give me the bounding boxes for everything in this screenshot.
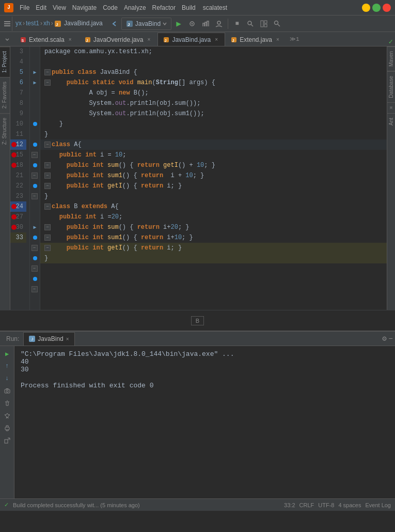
menu-build[interactable]: Build xyxy=(179,3,199,12)
code-line-11: } xyxy=(40,129,387,139)
back-button[interactable] xyxy=(108,18,120,30)
breadcrumb-xh[interactable]: xh xyxy=(43,20,50,27)
tab-overflow-count[interactable]: ≫1 xyxy=(288,36,302,42)
gutter-fold-12[interactable]: − xyxy=(30,150,40,160)
svg-point-9 xyxy=(217,21,220,24)
fold-minus-30[interactable]: − xyxy=(31,286,38,292)
breakpoint-12 xyxy=(11,142,17,147)
layout-button[interactable] xyxy=(258,18,270,30)
close-button[interactable] xyxy=(383,4,391,12)
fold-sumA[interactable]: − xyxy=(44,162,51,168)
gutter-30[interactable] xyxy=(30,274,40,284)
tab-extend-scala[interactable]: S Extend.scala × xyxy=(14,33,79,46)
code-content[interactable]: package com.amhu.yx.test1.xh; − public c… xyxy=(40,46,387,310)
database-tab[interactable]: Database xyxy=(387,71,395,102)
tab-close-extend-java[interactable]: × xyxy=(275,37,281,43)
fold-minus-24[interactable]: − xyxy=(31,245,38,251)
gutter-12[interactable] xyxy=(30,139,40,150)
find-button[interactable] xyxy=(271,18,283,30)
run-button[interactable]: ▶ xyxy=(172,18,185,30)
breadcrumb-test1[interactable]: test1 xyxy=(26,20,39,27)
gutter-5[interactable]: ▶ xyxy=(30,67,40,77)
gutter-18[interactable] xyxy=(30,181,40,191)
run-minimize-button[interactable]: − xyxy=(389,335,393,343)
menu-navigate[interactable]: Navigate xyxy=(69,3,100,12)
fold-minus[interactable]: − xyxy=(31,152,38,158)
config-icon: J xyxy=(126,20,133,27)
maven-tab[interactable]: Maven xyxy=(387,46,395,71)
gutter-fold-18[interactable]: − xyxy=(30,191,40,201)
ant-tab[interactable]: Ant xyxy=(387,113,395,130)
fold-sum1A[interactable]: − xyxy=(44,173,51,179)
run-tab-close[interactable]: × xyxy=(66,336,69,342)
breadcrumb-file[interactable]: J JavaBind.java xyxy=(54,20,103,27)
gutter-6[interactable]: ▶ xyxy=(30,77,40,88)
profile-button[interactable] xyxy=(213,18,225,30)
tab-close-extend-scala[interactable]: × xyxy=(67,37,73,43)
sidebar-tab-favorites[interactable]: 2: Favorites xyxy=(0,77,10,113)
gutter-27[interactable] xyxy=(30,253,40,263)
fold-public-class[interactable]: − xyxy=(44,69,51,75)
class-diagram-B[interactable]: B xyxy=(191,316,204,325)
debug-button[interactable] xyxy=(186,18,198,30)
scroll-down-button[interactable]: ↓ xyxy=(2,373,13,384)
menu-code[interactable]: Code xyxy=(100,3,121,12)
search-button[interactable] xyxy=(244,18,257,30)
gutter-24[interactable] xyxy=(30,232,40,243)
event-log[interactable]: Event Log xyxy=(365,502,391,508)
menu-view[interactable]: View xyxy=(50,3,69,12)
print-button[interactable] xyxy=(2,423,13,434)
line-15: 15 xyxy=(10,150,26,160)
fold-classA[interactable]: − xyxy=(44,142,51,148)
run-config-dropdown[interactable]: J JavaBind xyxy=(121,18,171,30)
tab-close-javaoverride[interactable]: × xyxy=(146,37,152,43)
run-tab-javabind[interactable]: J JavaBind × xyxy=(23,332,74,346)
fold-classB[interactable]: − xyxy=(44,204,51,210)
maximize-button[interactable] xyxy=(372,4,381,12)
scroll-up-button[interactable]: ↑ xyxy=(2,361,13,372)
breadcrumb-yx[interactable]: yx xyxy=(15,20,22,27)
sidebar-tab-structure[interactable]: Z: Structure xyxy=(0,113,10,149)
fold-sum1B[interactable]: − xyxy=(44,234,51,241)
cyan-dot-15 xyxy=(33,163,37,167)
panel-toggle[interactable] xyxy=(2,17,12,31)
gutter-22 xyxy=(30,212,40,222)
gutter-fold-24[interactable]: − xyxy=(30,243,40,253)
tab-javabind[interactable]: J JavaBind.java × xyxy=(157,33,225,46)
stop-button[interactable]: ■ xyxy=(231,18,243,30)
line-endings[interactable]: CRLF xyxy=(299,502,314,508)
restart-run-button[interactable]: ▶ xyxy=(2,348,13,359)
tab-close-javabind[interactable]: × xyxy=(213,37,219,43)
menu-analyze[interactable]: Analyze xyxy=(121,3,149,12)
gutter-fold-30[interactable]: − xyxy=(30,284,40,294)
gutter-10[interactable] xyxy=(30,119,40,129)
menu-edit[interactable]: Edit xyxy=(33,3,50,12)
gutter-fold-27[interactable]: − xyxy=(30,263,40,274)
pin-output-button[interactable] xyxy=(2,410,13,421)
fold-getIA[interactable]: − xyxy=(44,183,51,189)
indent-settings[interactable]: 4 spaces xyxy=(338,502,361,508)
tab-expand[interactable] xyxy=(2,32,12,46)
tab-extend-java[interactable]: J Extend.java × xyxy=(225,33,287,46)
fold-main[interactable]: − xyxy=(44,80,51,86)
coverage-button[interactable] xyxy=(199,18,212,30)
minimize-button[interactable] xyxy=(362,4,370,12)
fold-minus-18[interactable]: − xyxy=(31,193,38,199)
build-status[interactable]: Build completed successfully wit... (5 m… xyxy=(13,502,140,508)
gutter-fold-15[interactable]: − xyxy=(30,170,40,181)
close-run-button[interactable] xyxy=(2,435,13,446)
charset[interactable]: UTF-8 xyxy=(318,502,334,508)
cursor-position[interactable]: 33:2 xyxy=(284,502,295,508)
tab-javaoverride[interactable]: J JavaOverride.java × xyxy=(79,33,158,46)
fold-sumB[interactable]: − xyxy=(44,224,51,230)
fold-minus-27[interactable]: − xyxy=(31,265,38,272)
menu-file[interactable]: File xyxy=(17,3,33,12)
clear-output-button[interactable] xyxy=(2,398,13,409)
menu-refactor[interactable]: Refactor xyxy=(149,3,179,12)
take-snapshot-button[interactable] xyxy=(2,385,13,397)
run-settings-button[interactable]: ⚙ xyxy=(382,334,386,343)
sidebar-tab-project[interactable]: 1: Project xyxy=(0,46,10,77)
fold-minus-15[interactable]: − xyxy=(31,173,38,179)
fold-getIB[interactable]: − xyxy=(44,245,51,251)
gutter-15[interactable] xyxy=(30,160,40,170)
